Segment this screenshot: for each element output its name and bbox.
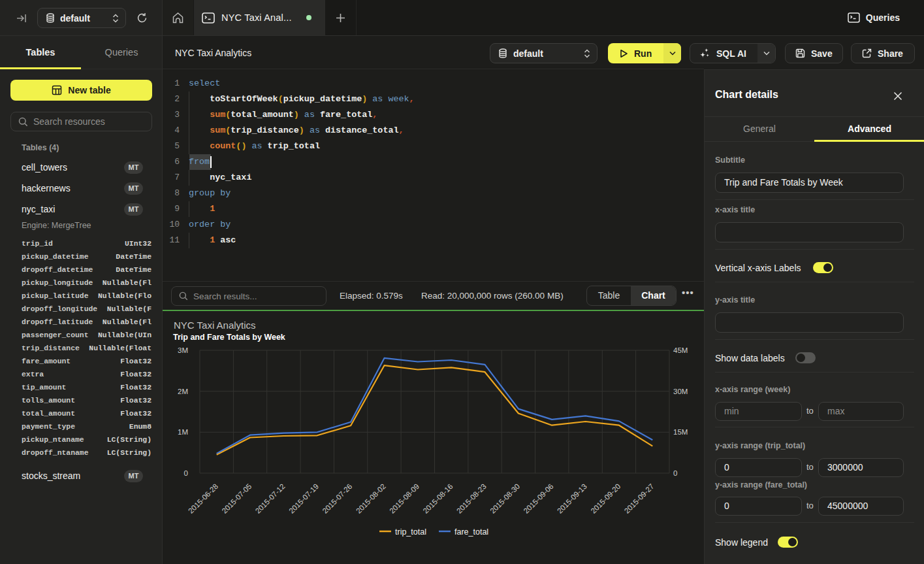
svg-text:2015-09-13: 2015-09-13 bbox=[556, 482, 588, 515]
svg-text:3M: 3M bbox=[178, 346, 188, 354]
svg-text:45M: 45M bbox=[673, 346, 688, 354]
svg-text:2015-07-12: 2015-07-12 bbox=[254, 482, 287, 515]
svg-text:fare_total: fare_total bbox=[454, 527, 488, 537]
svg-text:2015-09-27: 2015-09-27 bbox=[623, 482, 656, 515]
svg-text:2M: 2M bbox=[178, 388, 188, 395]
svg-text:0: 0 bbox=[673, 469, 677, 477]
svg-text:2015-09-20: 2015-09-20 bbox=[589, 482, 622, 515]
svg-text:2015-08-09: 2015-08-09 bbox=[388, 482, 421, 515]
svg-text:2015-08-30: 2015-08-30 bbox=[488, 482, 521, 515]
svg-text:2015-07-26: 2015-07-26 bbox=[321, 482, 353, 515]
svg-text:2015-07-05: 2015-07-05 bbox=[220, 482, 253, 515]
svg-text:trip_total: trip_total bbox=[395, 527, 426, 537]
svg-text:2015-08-23: 2015-08-23 bbox=[455, 482, 488, 515]
svg-text:1M: 1M bbox=[178, 428, 188, 436]
svg-text:2015-06-28: 2015-06-28 bbox=[187, 482, 219, 515]
svg-text:30M: 30M bbox=[673, 388, 688, 395]
svg-text:15M: 15M bbox=[673, 428, 688, 436]
svg-text:0: 0 bbox=[184, 469, 188, 477]
svg-text:2015-08-02: 2015-08-02 bbox=[355, 482, 387, 515]
svg-text:2015-07-19: 2015-07-19 bbox=[287, 482, 320, 515]
svg-text:2015-09-06: 2015-09-06 bbox=[522, 482, 555, 515]
svg-text:2015-08-16: 2015-08-16 bbox=[422, 482, 454, 515]
